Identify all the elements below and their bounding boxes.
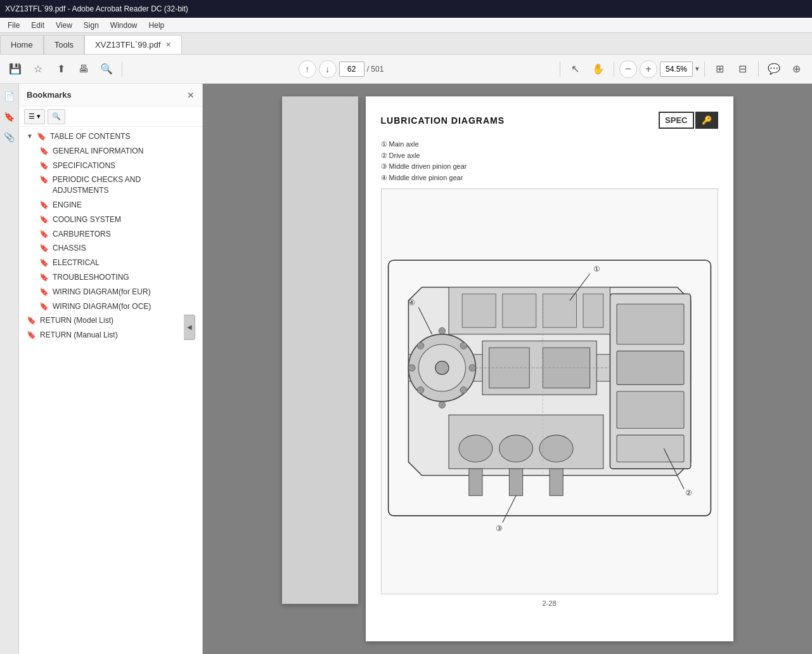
bookmarks-header: Bookmarks ✕ bbox=[19, 84, 202, 107]
engine-diagram-svg: ① ④ ② ③ bbox=[382, 189, 718, 594]
svg-point-6 bbox=[439, 402, 446, 409]
svg-rect-17 bbox=[617, 435, 684, 462]
page-total-label: / 501 bbox=[367, 65, 384, 74]
menu-help[interactable]: Help bbox=[144, 20, 170, 31]
separator-5 bbox=[758, 62, 759, 77]
bm-label-spec: SPECIFICATIONS bbox=[53, 160, 115, 171]
bm-bookmark-icon-11: 🔖 bbox=[39, 302, 49, 311]
bm-troubleshooting[interactable]: 🔖 TROUBLESHOOTING bbox=[19, 270, 202, 285]
tab-home-label: Home bbox=[11, 40, 33, 49]
diagram-container: ① ④ ② ③ bbox=[381, 188, 718, 594]
svg-text:③: ③ bbox=[496, 525, 503, 533]
svg-point-29 bbox=[539, 435, 573, 462]
bm-bookmark-icon-5: 🔖 bbox=[39, 215, 49, 224]
page-navigation: ↑ ↓ / 501 bbox=[299, 60, 384, 78]
pdf-area[interactable]: LUBRICATION DIAGRAMS SPEC 🔑 ① Main axle … bbox=[203, 84, 812, 654]
tab-close-icon[interactable]: ✕ bbox=[165, 41, 171, 49]
bm-wiring-oce[interactable]: 🔖 WIRING DIAGRAM(for OCE) bbox=[19, 299, 202, 314]
bm-label-carburetors: CARBURETORS bbox=[53, 229, 111, 240]
page-up-button[interactable]: ↑ bbox=[299, 60, 316, 78]
bm-label-electrical: ELECTRICAL bbox=[53, 258, 100, 268]
page-down-button[interactable]: ↓ bbox=[319, 60, 337, 78]
separator-1 bbox=[122, 62, 122, 77]
bm-table-of-contents[interactable]: ▼ 🔖 TABLE OF CONTENTS bbox=[19, 129, 202, 144]
label-3: ③ Middle driven pinion gear bbox=[381, 161, 718, 173]
bm-engine[interactable]: 🔖 ENGINE bbox=[19, 198, 202, 213]
bm-carburetors[interactable]: 🔖 CARBURETORS bbox=[19, 227, 202, 242]
bm-label-trouble: TROUBLESHOOTING bbox=[53, 272, 129, 283]
zoom-area: − + ▾ bbox=[619, 60, 699, 78]
sidebar-page-icon[interactable]: 📄 bbox=[2, 89, 17, 104]
search-button[interactable]: 🔍 bbox=[96, 59, 117, 79]
bm-bookmark-icon-8: 🔖 bbox=[39, 258, 49, 267]
page-number-input[interactable] bbox=[339, 62, 364, 77]
hand-tool-button[interactable]: ✋ bbox=[588, 59, 609, 79]
bookmarks-list-btn[interactable]: ☰ ▾ bbox=[24, 109, 45, 124]
bm-return-manual[interactable]: 🔖 RETURN (Manual List) bbox=[19, 328, 202, 343]
sidebar-bookmark-icon[interactable]: 🔖 bbox=[2, 109, 17, 124]
fit-page-button[interactable]: ⊞ bbox=[710, 59, 730, 79]
bm-periodic-checks[interactable]: 🔖 PERIODIC CHECKS AND ADJUSTMENTS bbox=[19, 173, 202, 198]
svg-rect-23 bbox=[502, 294, 536, 328]
tab-pdf-label: XVZ13TFL`99.pdf bbox=[95, 40, 160, 49]
bm-return-model[interactable]: 🔖 RETURN (Model List) bbox=[19, 313, 202, 328]
bm-bookmark-icon-6: 🔖 bbox=[39, 230, 49, 239]
bm-general-info[interactable]: 🔖 GENERAL INFORMATION bbox=[19, 144, 202, 159]
bookmarks-search-btn[interactable]: 🔍 bbox=[48, 109, 65, 124]
bookmarks-close-button[interactable]: ✕ bbox=[187, 90, 195, 100]
spec-box: SPEC bbox=[659, 112, 693, 129]
bm-label-toc: TABLE OF CONTENTS bbox=[50, 131, 130, 142]
svg-point-10 bbox=[460, 387, 467, 394]
zoom-level-input[interactable] bbox=[660, 62, 693, 77]
panel-collapse-button[interactable]: ◀ bbox=[184, 315, 195, 340]
menu-window[interactable]: Window bbox=[105, 20, 143, 31]
print-button[interactable]: 🖶 bbox=[74, 59, 94, 79]
bm-wiring-eur[interactable]: 🔖 WIRING DIAGRAM(for EUR) bbox=[19, 285, 202, 299]
bm-bookmark-icon-4: 🔖 bbox=[39, 200, 49, 209]
bm-bookmark-icon-12: 🔖 bbox=[27, 316, 36, 325]
bm-chassis[interactable]: 🔖 CHASSIS bbox=[19, 241, 202, 256]
menu-edit[interactable]: Edit bbox=[26, 20, 49, 31]
separator-3 bbox=[614, 62, 614, 77]
svg-point-27 bbox=[458, 435, 492, 462]
svg-rect-25 bbox=[583, 294, 603, 328]
menu-view[interactable]: View bbox=[51, 20, 77, 31]
zoom-dropdown-icon[interactable]: ▾ bbox=[695, 65, 699, 73]
separator-4 bbox=[704, 62, 705, 77]
title-bar: XVZ13TFL`99.pdf - Adobe Acrobat Reader D… bbox=[0, 0, 812, 18]
svg-point-5 bbox=[439, 328, 446, 335]
zoom-in-button[interactable]: + bbox=[640, 60, 657, 78]
tab-tools[interactable]: Tools bbox=[44, 35, 84, 54]
tab-home[interactable]: Home bbox=[0, 35, 44, 54]
zoom-out-button[interactable]: − bbox=[619, 60, 637, 78]
separator-2 bbox=[560, 62, 560, 77]
tab-bar: Home Tools XVZ13TFL`99.pdf ✕ bbox=[0, 33, 812, 55]
title-text: XVZ13TFL`99.pdf - Adobe Acrobat Reader D… bbox=[5, 4, 188, 13]
diagram-labels: ① Main axle ② Drive axle ③ Middle driven… bbox=[381, 139, 718, 183]
menu-sign[interactable]: Sign bbox=[79, 20, 104, 31]
bm-cooling-system[interactable]: 🔖 COOLING SYSTEM bbox=[19, 213, 202, 227]
upload-button[interactable]: ⬆ bbox=[51, 59, 71, 79]
svg-rect-30 bbox=[468, 469, 482, 495]
bm-bookmark-icon-13: 🔖 bbox=[27, 330, 36, 339]
bm-bookmark-icon-9: 🔖 bbox=[39, 273, 49, 282]
cursor-tool-button[interactable]: ↖ bbox=[565, 59, 586, 79]
bookmark-button[interactable]: ☆ bbox=[28, 59, 48, 79]
scroll-mode-button[interactable]: ⊟ bbox=[733, 59, 753, 79]
svg-rect-22 bbox=[462, 294, 496, 328]
sidebar-attachment-icon[interactable]: 📎 bbox=[2, 129, 17, 145]
svg-point-4 bbox=[435, 362, 448, 375]
menu-file[interactable]: File bbox=[3, 20, 25, 31]
bm-specifications[interactable]: 🔖 SPECIFICATIONS bbox=[19, 159, 202, 173]
bm-electrical[interactable]: 🔖 ELECTRICAL bbox=[19, 256, 202, 270]
menu-bar: File Edit View Sign Window Help bbox=[0, 18, 812, 33]
bm-label-return-manual: RETURN (Manual List) bbox=[40, 330, 118, 341]
save-button[interactable]: 💾 bbox=[5, 59, 25, 79]
bm-bookmark-icon-7: 🔖 bbox=[39, 244, 49, 252]
svg-text:④: ④ bbox=[408, 299, 415, 307]
svg-point-28 bbox=[499, 435, 532, 462]
more-tools-button[interactable]: ⊕ bbox=[787, 59, 807, 79]
comment-button[interactable]: 💬 bbox=[764, 59, 784, 79]
tab-pdf[interactable]: XVZ13TFL`99.pdf ✕ bbox=[84, 35, 182, 54]
toolbar: 💾 ☆ ⬆ 🖶 🔍 ↑ ↓ / 501 ↖ ✋ − + ▾ ⊞ ⊟ 💬 ⊕ bbox=[0, 55, 812, 84]
